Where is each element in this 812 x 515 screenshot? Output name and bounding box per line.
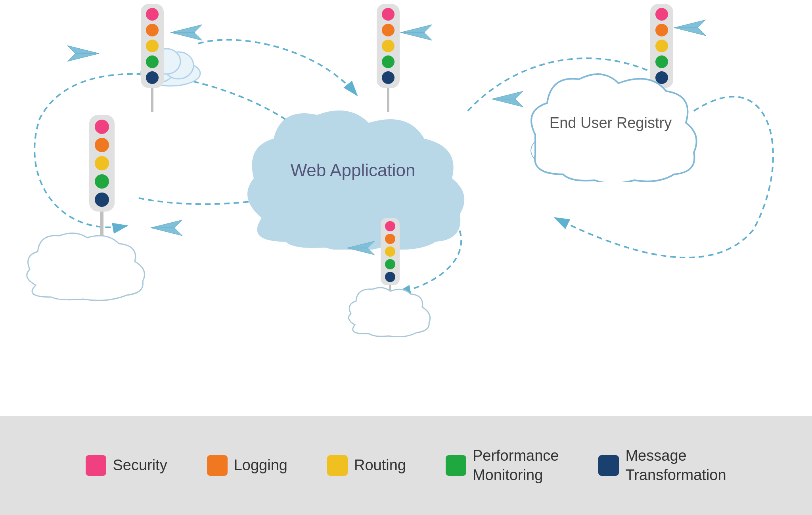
light-red-l — [95, 120, 109, 134]
plane-bottom-left — [151, 216, 182, 241]
light-orange-tl — [146, 24, 159, 36]
light-red-r — [655, 8, 668, 21]
light-orange-br — [385, 234, 395, 244]
legend-performance-monitoring: PerformanceMonitoring — [446, 446, 559, 485]
light-yellow-tr — [382, 40, 395, 52]
top-left-traffic-light — [141, 4, 164, 112]
left-traffic-light — [89, 115, 115, 243]
light-blue-br — [385, 272, 395, 282]
light-green-tl — [146, 55, 159, 68]
plane-to-registry — [492, 87, 523, 113]
light-green-br — [385, 259, 395, 269]
bottom-right-cloud — [345, 285, 432, 337]
legend-label-routing: Routing — [354, 456, 406, 475]
plane-top-left-right — [170, 21, 202, 46]
light-green-l — [95, 174, 109, 189]
light-orange-tr — [382, 24, 395, 36]
diagram-area: End User Registry Web Application — [0, 0, 812, 416]
plane-right — [674, 16, 706, 41]
legend-color-logging — [207, 455, 228, 476]
legend-color-message — [598, 455, 619, 476]
light-green-tr — [382, 55, 395, 68]
light-yellow-r — [655, 40, 668, 52]
light-blue-l — [95, 193, 109, 207]
legend-security: Security — [86, 455, 167, 476]
legend-label-message: MessageTransformation — [625, 446, 726, 485]
plane-top-left-left — [67, 42, 99, 67]
pole-tl — [151, 88, 153, 112]
light-blue-tr — [382, 71, 395, 84]
plane-top-right — [400, 21, 432, 46]
light-yellow-tl — [146, 40, 159, 52]
end-user-registry-cloud: End User Registry — [515, 63, 706, 182]
light-yellow-br — [385, 246, 395, 257]
bottom-left-cloud — [20, 230, 147, 301]
legend-message-transformation: MessageTransformation — [598, 446, 726, 485]
light-orange-l — [95, 138, 109, 152]
light-red-tl — [146, 8, 159, 21]
legend-label-performance: PerformanceMonitoring — [473, 446, 559, 485]
web-application-cloud: Web Application — [230, 91, 476, 250]
legend-color-security — [86, 455, 106, 476]
legend-label-security: Security — [113, 456, 167, 475]
light-red-tr — [382, 8, 395, 21]
light-yellow-l — [95, 156, 109, 170]
light-orange-r — [655, 24, 668, 36]
legend-label-logging: Logging — [234, 456, 287, 475]
light-blue-tl — [146, 71, 159, 84]
legend-bar: Security Logging Routing PerformanceMoni… — [0, 416, 812, 515]
plane-bottom-right — [347, 238, 375, 260]
light-red-br — [385, 221, 395, 231]
legend-color-routing — [327, 455, 348, 476]
legend-color-performance — [446, 455, 466, 476]
legend-logging: Logging — [207, 455, 287, 476]
legend-routing: Routing — [327, 455, 406, 476]
